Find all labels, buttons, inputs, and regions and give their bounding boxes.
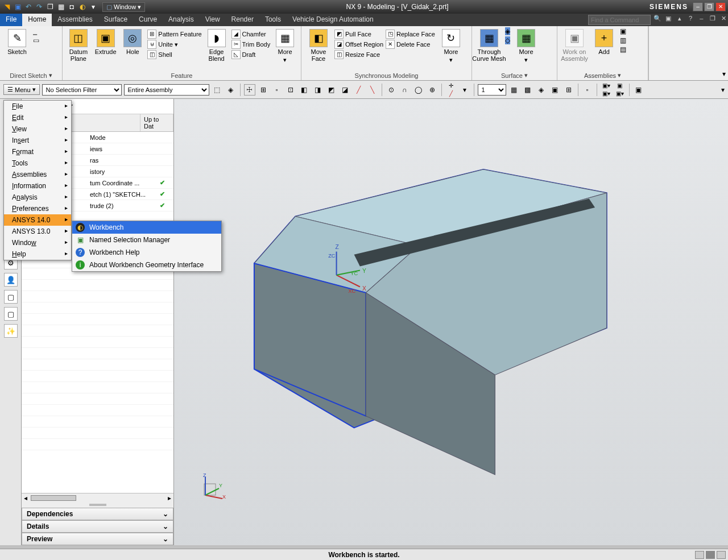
surface-more-button[interactable]: ▦More▾ [512,27,540,64]
undo-icon[interactable]: ↶ [24,2,33,11]
asm3-icon[interactable]: ▤ [620,45,626,53]
surf2-icon[interactable]: ◇ [505,36,510,44]
roles-icon[interactable]: 👤 [4,273,18,287]
menu-preferences[interactable]: Preferences▸ [4,203,71,214]
navigator-hscroll[interactable]: ◂▸ [22,493,173,502]
preview-section[interactable]: Preview⌄ [22,533,173,545]
tab-view[interactable]: View [200,14,226,26]
tool-icon[interactable]: ◧ [299,84,310,96]
tab-file[interactable]: File [0,14,22,26]
move-face-button[interactable]: ◧Move Face [305,27,332,62]
folder-icon[interactable]: ▢ [4,290,18,304]
tool-icon[interactable]: ◨ [312,84,324,96]
menu-window[interactable]: Window▸ [4,237,71,248]
chevron-down-icon[interactable]: ▾ [721,86,725,94]
unite-button[interactable]: ⊎Unite ▾ [147,40,201,49]
tab-assemblies[interactable]: Assemblies [52,14,98,26]
close-button[interactable]: ✕ [715,2,726,11]
tool-icon[interactable]: ◯ [413,84,424,96]
dependencies-section[interactable]: Dependencies⌄ [22,508,173,520]
chevron-down-icon[interactable]: ▾ [524,72,528,79]
through-curve-mesh-button[interactable]: ▦Through Curve Mesh [475,27,503,62]
cube-icon[interactable]: ◘ [67,2,76,11]
tool-icon[interactable]: ▫ [271,84,283,96]
dropdown-icon[interactable]: ▾ [89,2,98,11]
ansys-icon[interactable]: ◐ [78,2,87,11]
menu-help[interactable]: Help▸ [4,248,71,260]
shell-button[interactable]: ◫Shell [147,50,201,59]
search-icon[interactable]: 🔍 [653,14,662,23]
rect-icon[interactable]: ▭ [33,36,39,44]
copy-icon[interactable]: ❐ [46,2,55,11]
tool-icon[interactable]: ╲ [367,84,378,96]
minimize-button[interactable]: – [693,2,703,11]
replace-face-button[interactable]: ◳Replace Face [386,30,435,39]
tool-icon[interactable]: ⊙ [386,84,397,96]
menu-button[interactable]: ☰Menu▾ [3,84,40,95]
delete-face-button[interactable]: ✕Delete Face [386,40,435,49]
selection-scope-select[interactable]: Entire Assembly [124,84,209,96]
tab-home[interactable]: Home [22,14,52,26]
tool-icon[interactable]: ⊞ [563,84,574,96]
trim-button[interactable]: ✂Trim Body [231,40,271,49]
tool-icon[interactable]: ╱ [445,90,457,98]
menu-view[interactable]: View▸ [4,123,71,135]
tool-icon[interactable]: ▫ [582,84,593,96]
pull-face-button[interactable]: ◩Pull Face [334,30,383,39]
chevron-down-icon[interactable]: ▾ [49,72,52,79]
magic-icon[interactable]: ✨ [4,324,18,338]
menu-insert[interactable]: Insert▸ [4,135,71,146]
tool-icon[interactable]: ⊡ [285,84,296,96]
submenu-about[interactable]: i About Workbench Geometry Interface [72,259,221,271]
asm2-icon[interactable]: ▥ [620,36,626,44]
menu-analysis[interactable]: Analysis▸ [4,192,71,203]
menu-assemblies[interactable]: Assemblies▸ [4,169,71,180]
cube-view-icon[interactable]: ▣ [664,14,673,23]
menu-ansys13[interactable]: ANSYS 13.0▸▸ [4,226,71,237]
tool-icon[interactable]: ◩ [326,84,337,96]
tool-icon[interactable]: ∩ [399,84,411,96]
window-dropdown[interactable]: ▢ Window ▾ [102,2,145,12]
doc-min-icon[interactable]: – [697,14,706,23]
tool-icon[interactable]: ⬚ [212,84,223,96]
chevron-down-icon[interactable]: ▾ [722,70,726,78]
maximize-button[interactable]: ❐ [704,2,714,11]
sketch-button[interactable]: ✎ Sketch [3,27,31,55]
find-command-input[interactable] [588,15,651,25]
menu-information[interactable]: Information▸ [4,180,71,192]
datum-plane-button[interactable]: ◫Datum Plane [66,27,91,62]
offset-region-button[interactable]: ◪Offset Region [334,40,383,49]
submenu-workbench[interactable]: ◐ Workbench [72,221,221,234]
chevron-down-icon[interactable]: ▾ [618,72,621,79]
tab-analysis[interactable]: Analysis [163,14,200,26]
menu-format[interactable]: Format▸ [4,146,71,157]
tool-icon[interactable]: ⊞ [258,84,269,96]
doc-close-icon[interactable]: ✕ [719,14,728,23]
tool-icon[interactable]: ◈ [225,84,237,96]
tab-curve[interactable]: Curve [133,14,163,26]
edge-blend-button[interactable]: ◗Edge Blend [204,27,229,62]
tool-icon[interactable]: ▣▾ [601,90,612,97]
doc-restore-icon[interactable]: ❐ [708,14,717,23]
tool-icon[interactable]: ▣▾ [601,82,612,89]
details-section[interactable]: Details⌄ [22,520,173,533]
redo-icon[interactable]: ↷ [35,2,44,11]
tool-icon[interactable]: ▦ [508,84,520,96]
up-icon[interactable]: ▴ [675,14,684,23]
tool-icon[interactable]: ╱ [353,84,365,96]
line-icon[interactable]: ⎯ [33,27,39,35]
tool-icon[interactable]: ▩ [522,84,533,96]
submenu-workbench-help[interactable]: ? Workbench Help [72,246,221,259]
pattern-button[interactable]: ⊞Pattern Feature [147,30,201,39]
tab-vda[interactable]: Vehicle Design Automation [287,14,379,26]
tool-icon[interactable]: ▣ [614,82,626,89]
menu-ansys14[interactable]: ANSYS 14.0▸▸ [4,214,71,226]
tool-icon[interactable]: ⊕ [427,84,438,96]
tab-tools[interactable]: Tools [259,14,287,26]
tool-icon[interactable]: ▣▾ [614,90,626,97]
tool-icon[interactable]: ✛ [445,82,457,90]
status-full-icon[interactable] [706,551,715,559]
graphics-viewport[interactable]: X Y Z ZC YC XC X Y Z [174,99,728,545]
draft-button[interactable]: ◺Draft [231,50,271,59]
chamfer-button[interactable]: ◢Chamfer [231,30,271,39]
